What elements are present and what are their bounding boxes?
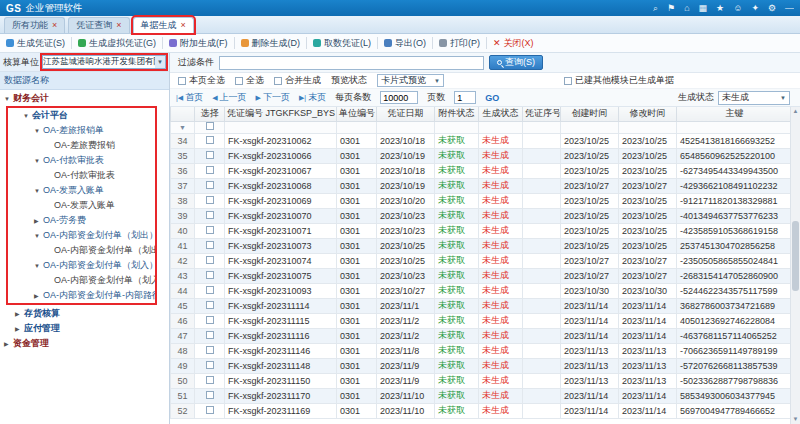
table-row[interactable]: 44FK-xsgkf-20231009303012023/10/27未获取未生成… bbox=[171, 283, 793, 298]
export-button[interactable]: 导出(O) bbox=[384, 37, 426, 50]
table-row[interactable]: 49FK-xsgkf-20231114803012023/11/9未获取未生成2… bbox=[171, 358, 793, 373]
page-size-input[interactable] bbox=[380, 91, 418, 104]
filter-cell-vseq[interactable] bbox=[523, 121, 561, 133]
preview-mode-select[interactable]: 卡片式预览 ▼ bbox=[377, 74, 444, 87]
table-row[interactable]: 48FK-xsgkf-20231114603012023/11/8未获取未生成2… bbox=[171, 343, 793, 358]
row-checkbox[interactable] bbox=[206, 271, 214, 279]
filter-input[interactable] bbox=[219, 56, 484, 70]
settings-gear-icon[interactable]: ⚙ bbox=[768, 0, 776, 16]
tree-item[interactable]: ▼OA-付款审批表 bbox=[8, 153, 155, 168]
tree-item[interactable]: ▶资金管理 bbox=[0, 336, 169, 351]
row-checkbox[interactable] bbox=[206, 196, 214, 204]
generate-voucher-button[interactable]: 生成凭证(S) bbox=[6, 37, 65, 50]
other-modules-checkbox[interactable]: 已建其他模块已生成单据 bbox=[564, 74, 674, 87]
generate-virtual-voucher-button[interactable]: 生成虚拟凭证(G) bbox=[78, 37, 156, 50]
filter-cell-attach[interactable] bbox=[435, 121, 479, 133]
print-button[interactable]: 打印(P) bbox=[439, 37, 480, 50]
table-row[interactable]: 41FK-xsgkf-20231007303012023/10/25未获取未生成… bbox=[171, 238, 793, 253]
chevron-down-icon[interactable]: ▼ bbox=[155, 56, 165, 68]
row-checkbox[interactable] bbox=[206, 211, 214, 219]
scrollbar-thumb[interactable] bbox=[792, 221, 799, 291]
row-checkbox[interactable] bbox=[206, 361, 214, 369]
go-button[interactable]: GO bbox=[485, 93, 499, 103]
table-row[interactable]: 40FK-xsgkf-20231007103012023/10/23未获取未生成… bbox=[171, 223, 793, 238]
apps-grid-icon[interactable]: ▦ bbox=[699, 0, 708, 16]
star-icon[interactable]: ★ bbox=[716, 0, 724, 16]
row-checkbox[interactable] bbox=[206, 331, 214, 339]
chevron-right-icon[interactable]: ▶ bbox=[15, 322, 24, 336]
row-checkbox[interactable] bbox=[206, 241, 214, 249]
column-header-pk[interactable]: 主键 bbox=[677, 107, 793, 121]
column-header-mtime[interactable]: 修改时间 bbox=[619, 107, 677, 121]
search-button[interactable]: 查询(S) bbox=[489, 55, 543, 70]
row-checkbox[interactable] bbox=[206, 256, 214, 264]
vertical-scrollbar[interactable]: ▲ ▼ bbox=[790, 107, 800, 424]
chevron-down-icon[interactable]: ▼ bbox=[34, 259, 43, 273]
select-page-checkbox[interactable]: 本页全选 bbox=[178, 74, 225, 87]
select-all-checkbox[interactable]: 全选 bbox=[235, 74, 264, 87]
tree-item[interactable]: ▼会计平台 bbox=[8, 108, 155, 123]
tab-close-icon[interactable]: × bbox=[116, 21, 121, 30]
table-row[interactable]: 35FK-xsgkf-20231006603012023/10/19未获取未生成… bbox=[171, 148, 793, 163]
chevron-down-icon[interactable]: ▼ bbox=[34, 154, 43, 168]
tree-item[interactable]: OA-内部资金划付单（划出单位凭证） bbox=[8, 243, 155, 258]
row-checkbox[interactable] bbox=[206, 286, 214, 294]
tree-item[interactable]: ▶应付管理 bbox=[0, 321, 169, 336]
table-row[interactable]: 37FK-xsgkf-20231006803012023/10/19未获取未生成… bbox=[171, 178, 793, 193]
column-header-gen[interactable]: 生成状态 bbox=[479, 107, 523, 121]
table-row[interactable]: 46FK-xsgkf-20231111503012023/11/2未获取未生成2… bbox=[171, 313, 793, 328]
chevron-down-icon[interactable]: ▼ bbox=[4, 92, 13, 106]
table-row[interactable]: 47FK-xsgkf-20231111603012023/11/2未获取未生成2… bbox=[171, 328, 793, 343]
user-icon[interactable]: ☺ bbox=[733, 0, 742, 16]
row-checkbox[interactable] bbox=[206, 301, 214, 309]
tree-item[interactable]: ▶存货核算 bbox=[0, 306, 169, 321]
first-page-button[interactable]: |◀ 首页 bbox=[176, 91, 203, 104]
scroll-up-icon[interactable]: ▲ bbox=[791, 107, 800, 116]
table-row[interactable]: 50FK-xsgkf-20231115003012023/11/9未获取未生成2… bbox=[171, 373, 793, 388]
table-row[interactable]: 38FK-xsgkf-20231006903012023/10/20未获取未生成… bbox=[171, 193, 793, 208]
page-number-input[interactable] bbox=[454, 91, 476, 104]
minimize-icon[interactable]: — bbox=[785, 0, 794, 16]
search-icon[interactable]: ⌕ bbox=[653, 0, 658, 16]
row-checkbox[interactable] bbox=[206, 406, 214, 414]
row-checkbox[interactable] bbox=[206, 181, 214, 189]
column-header-vdate[interactable]: 凭证日期 bbox=[377, 107, 435, 121]
chevron-down-icon[interactable]: ▼ bbox=[34, 124, 43, 138]
filter-funnel-icon[interactable]: ▼ bbox=[179, 124, 186, 131]
tab-3[interactable]: 单据生成× bbox=[133, 17, 194, 33]
tree-item[interactable]: ▼OA-发票入账单 bbox=[8, 183, 155, 198]
table-row[interactable]: 42FK-xsgkf-20231007403012023/10/25未获取未生成… bbox=[171, 253, 793, 268]
fetch-voucher-button[interactable]: 取数凭证(L) bbox=[313, 37, 371, 50]
table-row[interactable]: 52FK-xsgkf-20231116903012023/11/10未获取未生成… bbox=[171, 403, 793, 418]
column-header-attach[interactable]: 附件状态 bbox=[435, 107, 479, 121]
filter-cell-pk[interactable] bbox=[677, 121, 793, 133]
filter-cell-vdate[interactable] bbox=[377, 121, 435, 133]
row-checkbox[interactable] bbox=[206, 226, 214, 234]
row-checkbox[interactable] bbox=[206, 346, 214, 354]
table-row[interactable]: 45FK-xsgkf-20231111403012023/11/1未获取未生成2… bbox=[171, 298, 793, 313]
table-row[interactable]: 36FK-xsgkf-20231006703012023/10/18未获取未生成… bbox=[171, 163, 793, 178]
close-button[interactable]: ✕关闭(X) bbox=[493, 37, 534, 50]
tab-close-icon[interactable]: × bbox=[181, 21, 186, 30]
scroll-down-icon[interactable]: ▼ bbox=[791, 415, 800, 424]
row-checkbox[interactable] bbox=[206, 376, 214, 384]
home-icon[interactable]: ⌂ bbox=[684, 0, 689, 16]
chevron-down-icon[interactable]: ▼ bbox=[23, 109, 32, 123]
column-header-sel[interactable]: 选择 bbox=[195, 107, 225, 121]
column-header-vseq[interactable]: 凭证序号 bbox=[523, 107, 561, 121]
filter-cell-sel[interactable] bbox=[195, 121, 225, 133]
column-header-vno[interactable]: 凭证编号 JTGKFKSP_BYS bbox=[225, 107, 337, 121]
pin-icon[interactable]: ✦ bbox=[751, 0, 759, 16]
tree-item[interactable]: ▼OA-差旅报销单 bbox=[8, 123, 155, 138]
tab-2[interactable]: 凭证查询× bbox=[68, 17, 129, 33]
accounting-unit-select[interactable]: 江苏盐城港响水港开发集团有限公司 ▼ bbox=[42, 55, 166, 69]
row-checkbox[interactable] bbox=[206, 151, 214, 159]
filter-cell-gen[interactable] bbox=[479, 121, 523, 133]
last-page-button[interactable]: ▶| 末页 bbox=[299, 91, 326, 104]
tree-item[interactable]: OA-发票入账单 bbox=[8, 198, 155, 213]
chevron-right-icon[interactable]: ▶ bbox=[34, 214, 43, 228]
prev-page-button[interactable]: ◀ 上一页 bbox=[212, 91, 246, 104]
column-header-unit[interactable]: 单位编号 bbox=[337, 107, 377, 121]
tree-item[interactable]: ▶OA-内部资金划付单-内部路径 bbox=[8, 288, 155, 303]
tree-item[interactable]: ▼财务会计 bbox=[0, 91, 169, 106]
